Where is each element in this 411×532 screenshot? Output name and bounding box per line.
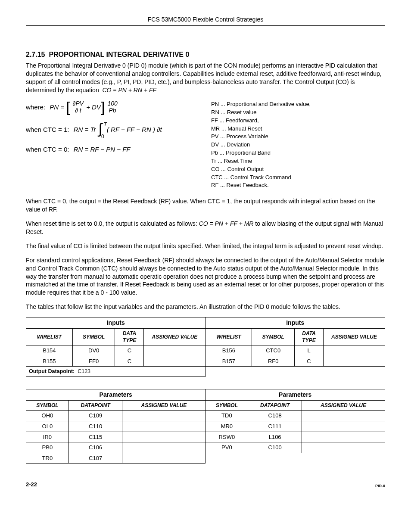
eq-pn-lhs: PN = (50, 103, 64, 112)
page-footer: 2-22 PID-0 (26, 481, 385, 488)
equations-and-legend: where: PN = [ ∂PV ∂ t + DV ] 100 Pb when… (26, 100, 385, 190)
params-table: Parameters Parameters SYMBOL DATAPOINT A… (26, 389, 385, 464)
col-symbol: SYMBOL (26, 401, 69, 411)
cell: C (295, 356, 324, 367)
inputs-table-wrap: Inputs Inputs WIRELIST SYMBOL DATA TYPE … (26, 317, 385, 377)
col-assigned: ASSIGNED VALUE (122, 401, 206, 411)
paragraph-standard-control: For standard control applications, Reset… (26, 256, 385, 297)
paragraph-co-limits: The final value of CO is limited between… (26, 242, 385, 250)
cell: B157 (206, 356, 252, 367)
cell: C115 (68, 432, 122, 442)
cell (122, 421, 206, 432)
col-wirelist: WIRELIST (206, 329, 252, 345)
table-row: OH0 C109 TD0 C108 (26, 411, 385, 421)
params-title-left: Parameters (26, 389, 206, 401)
cell (302, 411, 385, 421)
legend-line: RN ... Reset value (211, 109, 385, 117)
legend-line: Tr ... Reset Time (211, 157, 385, 165)
empty-cell (206, 453, 385, 464)
cell: C107 (68, 453, 122, 464)
col-symbol: SYMBOL (72, 329, 115, 345)
paragraph-tables-note: The tables that follow list the input va… (26, 303, 385, 311)
cell: C (115, 345, 144, 356)
cell: B155 (26, 356, 73, 367)
col-wirelist: WIRELIST (26, 329, 73, 345)
params-title-right: Parameters (206, 389, 385, 401)
col-assigned: ASSIGNED VALUE (324, 329, 385, 345)
cell (122, 453, 206, 464)
inputs-title-left: Inputs (26, 317, 206, 329)
right-bracket: ] (101, 101, 105, 113)
equations-column: where: PN = [ ∂PV ∂ t + DV ] 100 Pb when… (26, 100, 211, 154)
equation-pn: where: PN = [ ∂PV ∂ t + DV ] 100 Pb (26, 100, 211, 114)
frac-den: Pb (108, 107, 117, 114)
frac-den: ∂ t (74, 107, 82, 114)
legend-line: PN ... Proportional and Derivative value… (211, 100, 385, 109)
frac-num: 100 (106, 100, 118, 107)
col-datapoint: DATAPOINT (248, 401, 302, 411)
cell: C100 (248, 442, 302, 453)
cell (324, 345, 385, 356)
table-row: Inputs Inputs (26, 317, 385, 329)
cell (122, 442, 206, 453)
eq-rn1-body: ( RF − FF − RN ) ∂t (107, 125, 162, 134)
cell: B156 (206, 345, 252, 356)
legend-line: RF ... Reset Feedback. (211, 181, 385, 190)
integral-lower: 0 (101, 133, 104, 140)
fraction-dpv-dt: ∂PV ∂ t (72, 100, 85, 114)
page-number: 2-22 (26, 481, 37, 488)
col-assigned: ASSIGNED VALUE (302, 401, 385, 411)
cell: MR0 (206, 421, 248, 432)
col-datapoint: DATAPOINT (68, 401, 122, 411)
left-bracket: [ (66, 101, 70, 113)
integral-symbol: ∫ T 0 (98, 124, 102, 136)
cell: L106 (248, 432, 302, 442)
cell (302, 442, 385, 453)
eq-rn1-lhs: RN = Tr (74, 125, 96, 134)
cell (144, 356, 206, 367)
col-symbol: SYMBOL (252, 329, 295, 345)
section-heading: 2.7.15 PROPORTIONAL INTEGRAL DERIVATIVE … (26, 50, 385, 59)
table-row: SYMBOL DATAPOINT ASSIGNED VALUE SYMBOL D… (26, 401, 385, 411)
legend-column: PN ... Proportional and Derivative value… (211, 100, 385, 190)
cell (302, 432, 385, 442)
legend-line: PV ... Process Variable (211, 133, 385, 141)
table-row: OL0 C110 MR0 C111 (26, 421, 385, 432)
table-row: IR0 C115 RSW0 L106 (26, 432, 385, 442)
cell: CTC0 (252, 345, 295, 356)
cell: C108 (248, 411, 302, 421)
equation-co-mr: CO = PN + FF + MR (199, 220, 254, 227)
paragraph-reset-time: When reset time is set to 0.0, the outpu… (26, 220, 385, 236)
col-datatype: DATA TYPE (295, 329, 324, 345)
cell: B154 (26, 345, 73, 356)
equation-co: CO = PN + RN + FF (102, 87, 156, 93)
output-dp-label: Output Datapoint: (29, 368, 75, 374)
legend-line: Pb ... Proportional Band (211, 149, 385, 157)
table-row: TR0 C107 (26, 453, 385, 464)
legend-line: CTC ... Control Track Command (211, 174, 385, 182)
cell: C110 (68, 421, 122, 432)
cell: C109 (68, 411, 122, 421)
table-row: Output Datapoint: C123 (26, 367, 385, 377)
paragraph-intro-text: The Proportional Integral Derivative 0 (… (26, 62, 382, 93)
cell: PB0 (26, 442, 69, 453)
page-header: FCS 53MC5000 Flexible Control Strategies (26, 16, 385, 26)
output-datapoint-row: Output Datapoint: C123 (26, 367, 206, 377)
cell: C111 (248, 421, 302, 432)
footer-tag: PID-0 (375, 483, 385, 488)
eq-rn0: RN = RF − PN − FF (74, 145, 131, 154)
where-label: where: (26, 103, 45, 112)
cell: DV0 (72, 345, 115, 356)
cell: OL0 (26, 421, 69, 432)
equation-rn-ctc1: when CTC = 1: RN = Tr ∫ T 0 ( RF − FF − … (26, 124, 211, 136)
cell: TD0 (206, 411, 248, 421)
table-row: PB0 C106 PV0 C100 (26, 442, 385, 453)
section-number: 2.7.15 (26, 51, 45, 58)
inputs-title-right: Inputs (206, 317, 385, 329)
col-symbol: SYMBOL (206, 401, 248, 411)
cell: FF0 (72, 356, 115, 367)
legend-line: CO ... Control Output (211, 165, 385, 174)
cell: RF0 (252, 356, 295, 367)
legend-line: MR ... Manual Reset (211, 125, 385, 133)
cell (302, 421, 385, 432)
